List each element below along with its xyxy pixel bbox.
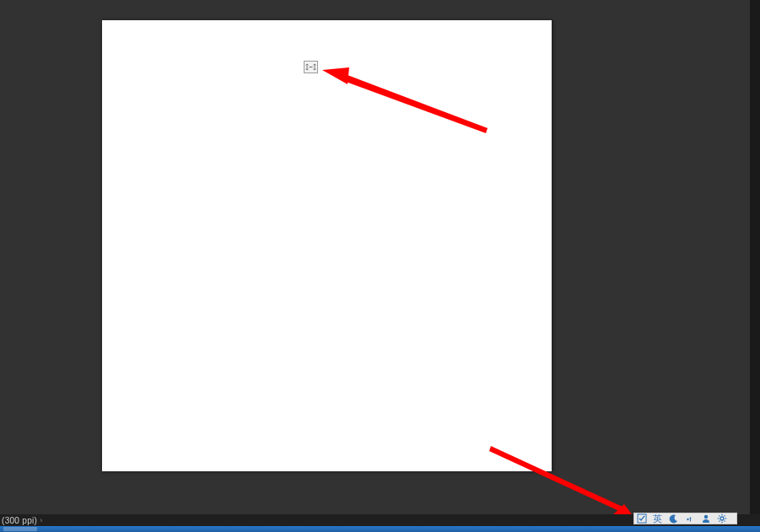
svg-rect-17	[690, 519, 691, 522]
svg-line-26	[724, 521, 725, 522]
svg-line-28	[719, 521, 720, 522]
moon-icon[interactable]	[667, 513, 680, 524]
svg-line-25	[719, 515, 720, 516]
status-chevron-icon[interactable]: ›	[40, 516, 42, 524]
taskbar-active-indicator	[3, 527, 37, 531]
resolution-readout: (300 ppi)	[2, 516, 37, 525]
svg-point-18	[689, 518, 691, 519]
document-canvas[interactable]	[102, 20, 552, 471]
windows-taskbar[interactable]	[0, 526, 760, 532]
text-cursor-icon	[305, 63, 316, 71]
user-icon[interactable]	[699, 513, 712, 524]
gear-icon[interactable]	[715, 513, 728, 524]
svg-rect-10	[310, 67, 313, 67]
svg-point-19	[703, 515, 707, 519]
editor-workspace	[0, 0, 760, 514]
ime-input-mode-icon[interactable]	[635, 513, 648, 524]
svg-line-27	[724, 515, 725, 516]
ime-toolbar[interactable]: 英	[633, 513, 737, 524]
vertical-scrollbar[interactable]	[750, 0, 760, 514]
ime-language-button[interactable]: 英	[651, 513, 664, 524]
svg-point-16	[687, 519, 688, 520]
svg-point-20	[720, 517, 724, 520]
punctuation-mode-icon[interactable]	[683, 513, 696, 524]
text-placeholder-box[interactable]	[304, 61, 318, 73]
